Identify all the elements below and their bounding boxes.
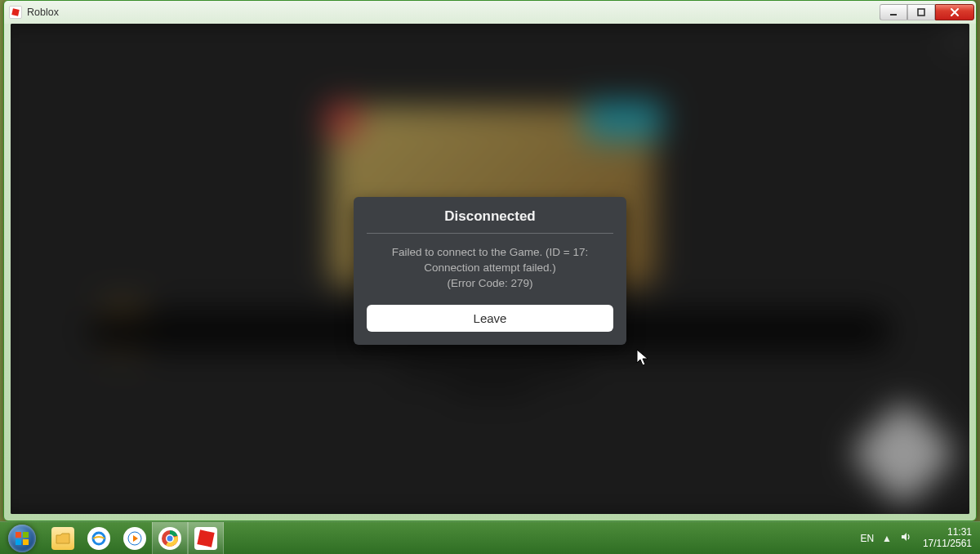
- window-title: Roblox: [27, 7, 59, 18]
- close-icon: [949, 7, 960, 18]
- taskbar-item-roblox[interactable]: [188, 522, 224, 555]
- dialog-title: Disconnected: [367, 208, 613, 234]
- media-player-icon: [123, 527, 146, 550]
- chrome-icon: [158, 527, 181, 550]
- client-area: Disconnected Failed to connect to the Ga…: [11, 24, 969, 514]
- svg-rect-1: [918, 9, 924, 16]
- disconnect-dialog: Disconnected Failed to connect to the Ga…: [354, 197, 626, 345]
- minimize-icon: [889, 7, 898, 17]
- taskbar-item-explorer[interactable]: [44, 522, 80, 555]
- system-tray: EN ▲ 11:31 17/11/2561: [852, 522, 980, 554]
- clock-time: 11:31: [923, 527, 972, 538]
- svg-rect-2: [16, 532, 21, 538]
- app-window: Roblox: [3, 0, 977, 521]
- taskbar: EN ▲ 11:31 17/11/2561: [0, 521, 980, 554]
- clock-date: 17/11/2561: [923, 538, 972, 550]
- taskbar-item-ie[interactable]: [80, 522, 116, 555]
- taskbar-clock[interactable]: 11:31 17/11/2561: [920, 527, 975, 550]
- desktop: Roblox: [0, 0, 980, 554]
- internet-explorer-icon: [87, 527, 110, 550]
- taskbar-item-wmp[interactable]: [116, 522, 152, 555]
- titlebar[interactable]: Roblox: [4, 1, 976, 24]
- window-controls: [880, 4, 974, 20]
- dialog-message: Failed to connect to the Game. (ID = 17:…: [367, 234, 613, 305]
- leave-button[interactable]: Leave: [367, 305, 613, 332]
- close-button[interactable]: [935, 4, 974, 20]
- language-indicator[interactable]: EN: [860, 533, 874, 544]
- maximize-button[interactable]: [907, 4, 935, 20]
- start-button[interactable]: [0, 522, 44, 554]
- dialog-message-line1: Failed to connect to the Game. (ID = 17:…: [392, 246, 589, 274]
- svg-rect-0: [890, 14, 897, 16]
- volume-icon[interactable]: [900, 531, 911, 545]
- windows-logo-icon: [8, 525, 36, 552]
- taskbar-item-chrome[interactable]: [152, 522, 188, 555]
- tray-overflow-icon[interactable]: ▲: [882, 533, 892, 544]
- svg-rect-3: [23, 532, 29, 538]
- svg-point-10: [167, 535, 173, 541]
- svg-rect-4: [16, 539, 21, 545]
- taskbar-items: [44, 522, 224, 554]
- roblox-icon: [194, 527, 217, 550]
- minimize-button[interactable]: [880, 4, 907, 20]
- roblox-icon: [9, 6, 22, 19]
- dialog-message-line2: (Error Code: 279): [447, 277, 532, 289]
- file-explorer-icon: [51, 527, 74, 550]
- svg-rect-5: [23, 539, 29, 545]
- maximize-icon: [916, 7, 926, 17]
